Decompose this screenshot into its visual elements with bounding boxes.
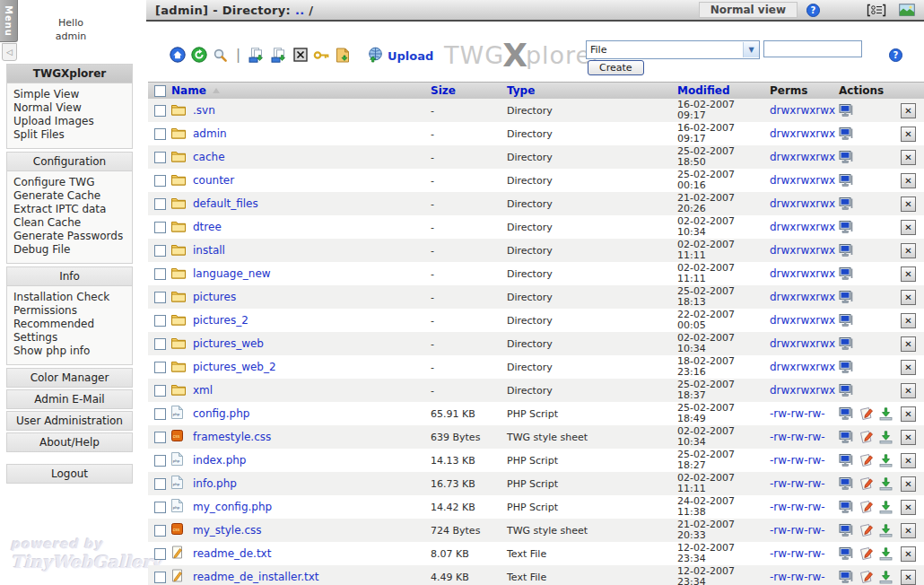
view-file-icon[interactable] (839, 360, 854, 374)
perms-link[interactable]: -rw-rw-rw- (770, 547, 825, 560)
file-name-link[interactable]: config.php (193, 407, 249, 420)
file-name-link[interactable]: install (193, 244, 225, 257)
sidebar-item[interactable]: Recommended Settings (13, 318, 130, 345)
delete-icon[interactable]: ✕ (901, 103, 916, 118)
view-file-icon[interactable] (839, 500, 854, 514)
perms-link[interactable]: -rw-rw-rw- (770, 431, 825, 443)
sidebar-item[interactable]: Clean Cache (13, 216, 130, 230)
view-file-icon[interactable] (839, 243, 854, 258)
row-checkbox[interactable] (154, 432, 166, 443)
edit-icon[interactable] (859, 570, 874, 584)
download-icon[interactable] (879, 407, 893, 421)
row-checkbox[interactable] (154, 152, 166, 163)
create-name-input[interactable] (763, 40, 862, 57)
view-file-icon[interactable] (839, 196, 854, 211)
row-checkbox[interactable] (154, 478, 166, 490)
row-checkbox[interactable] (154, 128, 166, 140)
download-icon[interactable] (879, 431, 893, 444)
search-icon[interactable] (213, 48, 228, 63)
sidebar-item[interactable]: Simple View (13, 88, 130, 101)
file-name-link[interactable]: .svn (193, 104, 215, 117)
edit-icon[interactable] (859, 453, 874, 467)
sidebar-item[interactable]: Extract IPTC data (13, 203, 130, 216)
sort-by-type-header[interactable]: Type (507, 84, 535, 97)
sidebar-item-color-manager[interactable]: Color Manager (6, 368, 133, 388)
row-checkbox[interactable] (154, 105, 166, 117)
delete-icon[interactable]: ✕ (901, 406, 916, 422)
row-checkbox[interactable] (154, 175, 166, 187)
view-file-icon[interactable] (839, 476, 854, 491)
view-file-icon[interactable] (839, 383, 854, 397)
delete-icon[interactable]: ✕ (901, 290, 916, 305)
sidebar-item[interactable]: Show php info (13, 345, 130, 358)
delete-icon[interactable]: ✕ (901, 523, 916, 538)
row-checkbox[interactable] (154, 292, 166, 303)
view-file-icon[interactable] (839, 103, 854, 118)
row-checkbox[interactable] (154, 198, 166, 210)
deselect-icon[interactable] (293, 48, 308, 62)
row-checkbox[interactable] (154, 315, 166, 327)
perms-link[interactable]: drwxrwxrwx (770, 384, 835, 397)
download-icon[interactable] (879, 477, 893, 491)
delete-icon[interactable]: ✕ (901, 127, 916, 142)
sidebar-item[interactable]: Upload Images (13, 115, 130, 128)
delete-icon[interactable]: ✕ (901, 500, 916, 515)
chmod-key-icon[interactable] (313, 49, 330, 61)
file-name-link[interactable]: dtree (193, 221, 222, 233)
file-name-link[interactable]: language_new (193, 267, 271, 280)
perms-link[interactable]: drwxrwxrwx (770, 127, 835, 140)
edit-icon[interactable] (859, 430, 874, 444)
file-name-link[interactable]: pictures (193, 291, 236, 303)
delete-icon[interactable]: ✕ (901, 453, 916, 468)
file-name-link[interactable]: my_config.php (193, 501, 272, 513)
edit-icon[interactable] (859, 500, 874, 514)
row-checkbox[interactable] (154, 548, 166, 560)
delete-icon[interactable]: ✕ (901, 196, 916, 212)
view-file-icon[interactable] (839, 220, 854, 234)
refresh-icon[interactable] (191, 47, 207, 63)
perms-link[interactable]: -rw-rw-rw- (770, 571, 825, 583)
delete-icon[interactable]: ✕ (901, 266, 916, 282)
sidebar-item-about-help[interactable]: About/Help (6, 432, 133, 452)
edit-icon[interactable] (859, 476, 874, 491)
file-name-link[interactable]: pictures_2 (193, 314, 248, 327)
download-icon[interactable] (879, 524, 893, 537)
delete-icon[interactable]: ✕ (901, 150, 916, 165)
file-name-link[interactable]: info.php (193, 477, 237, 490)
sidebar-item[interactable]: Configure TWG (13, 176, 130, 189)
view-file-icon[interactable] (839, 453, 854, 467)
edit-icon[interactable] (859, 406, 874, 421)
copy-files-icon[interactable] (248, 48, 266, 63)
delete-icon[interactable]: ✕ (901, 173, 916, 188)
row-checkbox[interactable] (154, 525, 166, 537)
perms-link[interactable]: drwxrwxrwx (770, 197, 835, 210)
delete-icon[interactable]: ✕ (901, 336, 916, 352)
file-name-link[interactable]: default_files (193, 197, 258, 210)
sidebar-item[interactable]: Generate Passwords (13, 230, 130, 243)
view-file-icon[interactable] (839, 127, 854, 141)
file-name-link[interactable]: my_style.css (193, 524, 261, 537)
file-name-link[interactable]: admin (193, 127, 227, 140)
download-icon[interactable] (879, 571, 893, 584)
sidebar-item[interactable]: Installation Check (13, 291, 130, 304)
toolbar-help-icon[interactable]: ? (889, 48, 902, 62)
sort-by-name-header[interactable]: Name (171, 84, 206, 97)
view-mode-button[interactable]: Normal view (699, 2, 798, 18)
sort-by-size-header[interactable]: Size (431, 84, 456, 97)
download-icon[interactable] (879, 547, 893, 561)
perms-link[interactable]: -rw-rw-rw- (770, 454, 825, 467)
delete-icon[interactable]: ✕ (901, 430, 916, 445)
download-icon[interactable] (879, 454, 893, 467)
perms-link[interactable]: -rw-rw-rw- (770, 524, 825, 537)
file-name-link[interactable]: readme_de_installer.txt (193, 571, 319, 583)
edit-icon[interactable] (859, 523, 874, 537)
file-name-link[interactable]: framestyle.css (193, 431, 271, 443)
file-name-link[interactable]: cache (193, 151, 225, 163)
view-file-icon[interactable] (839, 570, 854, 584)
delete-icon[interactable]: ✕ (901, 570, 916, 585)
move-files-icon[interactable] (271, 48, 288, 63)
create-button[interactable]: Create (588, 60, 644, 75)
file-name-link[interactable]: pictures_web (193, 337, 264, 350)
help-icon[interactable]: ? (806, 4, 820, 17)
row-checkbox[interactable] (154, 222, 166, 233)
